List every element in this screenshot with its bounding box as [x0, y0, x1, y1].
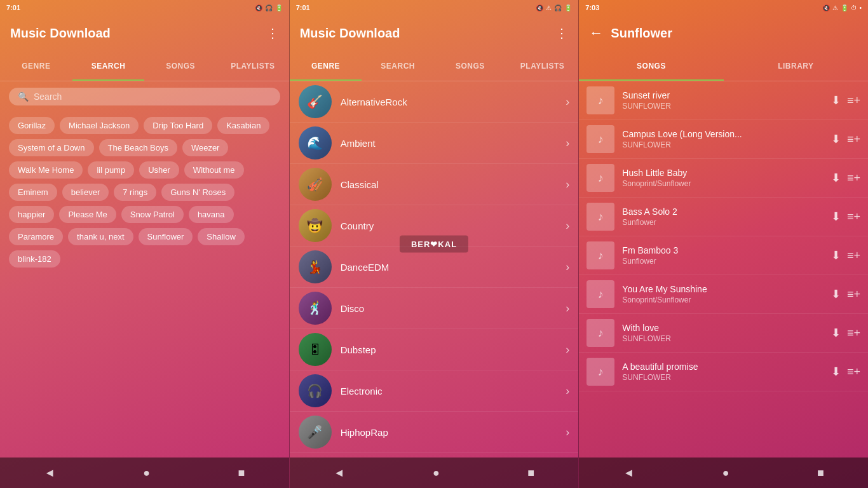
genre-item[interactable]: 💃 DanceEDM › — [290, 247, 579, 288]
tag-item[interactable]: Without me — [184, 161, 244, 179]
chevron-right-icon: › — [566, 384, 569, 398]
tag-item[interactable]: thank u, next — [68, 228, 133, 245]
tag-item[interactable]: Guns N' Roses — [161, 184, 234, 201]
tag-item[interactable]: happier — [9, 206, 54, 223]
tab-songs-3[interactable]: SONGS — [579, 51, 723, 81]
song-item[interactable]: ♪ Fm Bamboo 3 Sunflower ⬇ ≡+ — [579, 236, 868, 275]
tab-playlists-2[interactable]: PLAYLISTS — [506, 51, 579, 81]
song-icon: ♪ — [587, 164, 614, 192]
tag-item[interactable]: Usher — [139, 161, 179, 179]
tag-item[interactable]: System of a Down — [9, 139, 94, 156]
add-to-playlist-button[interactable]: ≡+ — [847, 249, 860, 262]
tag-item[interactable]: Drip Too Hard — [144, 117, 212, 134]
genre-item[interactable]: 🎧 Electronic › — [290, 370, 579, 412]
add-to-playlist-button[interactable]: ≡+ — [847, 94, 860, 107]
genre-item[interactable]: 🎛 Dubstep › — [290, 329, 579, 370]
tab-search-2[interactable]: SEARCH — [362, 51, 434, 81]
tag-item[interactable]: Shallow — [198, 228, 245, 245]
nav-bar-3: ◄ ● ■ — [579, 458, 868, 488]
song-item[interactable]: ♪ Hush Little Baby Sonoprint/Sunflower ⬇… — [579, 159, 868, 198]
download-button[interactable]: ⬇ — [831, 132, 841, 146]
tag-item[interactable]: Weezer — [182, 139, 229, 156]
tab-songs-1[interactable]: SONGS — [144, 51, 217, 81]
song-icon: ♪ — [587, 125, 614, 153]
genre-name: Classical — [341, 179, 566, 190]
time-2: 7:01 — [296, 4, 310, 11]
nav-recent-3[interactable]: ■ — [817, 466, 824, 480]
back-button[interactable]: ← — [589, 25, 603, 41]
download-button[interactable]: ⬇ — [831, 210, 841, 224]
download-button[interactable]: ⬇ — [831, 326, 841, 340]
genre-item[interactable]: 🎤 HiphopRap › — [290, 412, 579, 453]
genre-item[interactable]: 🌊 Ambient › — [290, 123, 579, 164]
tag-item[interactable]: The Beach Boys — [99, 139, 177, 156]
nav-home-2[interactable]: ● — [433, 466, 440, 480]
song-item[interactable]: ♪ Bass A Solo 2 Sunflower ⬇ ≡+ — [579, 198, 868, 236]
tab-playlists-1[interactable]: PLAYLISTS — [217, 51, 289, 81]
tag-item[interactable]: Michael Jackson — [60, 117, 139, 134]
download-button[interactable]: ⬇ — [831, 365, 841, 379]
song-item[interactable]: ♪ With love SUNFLOWER ⬇ ≡+ — [579, 314, 868, 353]
battery-icon-2: 🔋 — [564, 4, 572, 11]
download-button[interactable]: ⬇ — [831, 248, 841, 262]
nav-back-1[interactable]: ◄ — [44, 466, 55, 480]
tag-item[interactable]: Gorillaz — [9, 117, 55, 134]
song-info: A beautiful promise SUNFLOWER — [622, 362, 831, 382]
search-input[interactable] — [34, 92, 271, 102]
nav-home-3[interactable]: ● — [722, 466, 729, 480]
nav-back-3[interactable]: ◄ — [623, 466, 635, 480]
song-icon: ♪ — [587, 280, 614, 308]
tab-songs-2[interactable]: SONGS — [434, 51, 506, 81]
panel-songs: 7:03 🔇 ⚠ 🔋 ⏱ • ← Sunflower SONGS LIBRARY… — [578, 0, 868, 488]
song-item[interactable]: ♪ A beautiful promise SUNFLOWER ⬇ ≡+ — [579, 353, 868, 391]
add-to-playlist-button[interactable]: ≡+ — [847, 133, 860, 146]
tab-library[interactable]: LIBRARY — [724, 51, 868, 81]
nav-back-2[interactable]: ◄ — [334, 466, 345, 480]
nav-recent-2[interactable]: ■ — [527, 466, 534, 480]
tag-item[interactable]: havana — [189, 206, 234, 223]
add-to-playlist-button[interactable]: ≡+ — [847, 210, 860, 224]
song-info: Hush Little Baby Sonoprint/Sunflower — [622, 168, 831, 188]
song-info: Sunset river SUNFLOWER — [622, 90, 831, 111]
song-title: Bass A Solo 2 — [622, 207, 831, 217]
song-item[interactable]: ♪ You Are My Sunshine Sonoprint/Sunflowe… — [579, 275, 868, 314]
status-bar-2: 7:01 🔇 ⚠ 🎧 🔋 — [290, 0, 579, 15]
song-artist: Sunflower — [622, 257, 831, 266]
tab-genre-2[interactable]: GENRE — [290, 51, 362, 81]
more-button-2[interactable]: ⋮ — [555, 25, 568, 41]
song-title: Hush Little Baby — [622, 168, 831, 178]
tab-genre-1[interactable]: GENRE — [0, 51, 72, 81]
add-to-playlist-button[interactable]: ≡+ — [847, 365, 860, 379]
tag-item[interactable]: Paramore — [9, 228, 63, 245]
tag-item[interactable]: Kasabian — [217, 117, 269, 134]
genre-item[interactable]: 🎻 Classical › — [290, 164, 579, 205]
download-button[interactable]: ⬇ — [831, 287, 841, 301]
song-item[interactable]: ♪ Campus Love (Long Version... SUNFLOWER… — [579, 120, 868, 159]
song-item[interactable]: ♪ Sunset river SUNFLOWER ⬇ ≡+ — [579, 81, 868, 120]
tag-item[interactable]: Walk Me Home — [9, 161, 83, 179]
warning-icon-2: ⚠ — [546, 4, 552, 11]
genre-thumb: 🕺 — [299, 292, 332, 325]
genre-item[interactable]: 🎸 AlternativeRock › — [290, 81, 579, 123]
genre-item[interactable]: 🤠 Country › — [290, 205, 579, 247]
tag-item[interactable]: Eminem — [9, 184, 57, 201]
add-to-playlist-button[interactable]: ≡+ — [847, 172, 860, 185]
genre-item[interactable]: 🕺 Disco › — [290, 288, 579, 329]
tag-item[interactable]: blink-182 — [9, 250, 60, 268]
tag-item[interactable]: 7 rings — [114, 184, 156, 201]
song-artist: Sonoprint/Sunflower — [622, 295, 831, 304]
add-to-playlist-button[interactable]: ≡+ — [847, 327, 860, 340]
tag-item[interactable]: believer — [62, 184, 109, 201]
tag-item[interactable]: lil pump — [88, 161, 134, 179]
tag-item[interactable]: Snow Patrol — [121, 206, 184, 223]
download-button[interactable]: ⬇ — [831, 93, 841, 107]
tag-item[interactable]: Sunflower — [139, 228, 193, 245]
nav-recent-1[interactable]: ■ — [238, 466, 245, 480]
more-button-1[interactable]: ⋮ — [266, 25, 279, 41]
nav-home-1[interactable]: ● — [143, 466, 150, 480]
download-button[interactable]: ⬇ — [831, 171, 841, 185]
add-to-playlist-button[interactable]: ≡+ — [847, 288, 860, 301]
song-icon: ♪ — [587, 86, 614, 114]
tag-item[interactable]: Please Me — [59, 206, 116, 223]
tab-search-1[interactable]: SEARCH — [72, 51, 145, 81]
